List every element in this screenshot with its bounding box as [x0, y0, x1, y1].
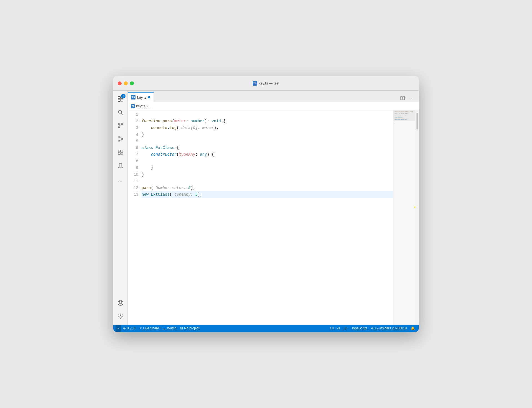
svg-rect-17	[121, 153, 122, 155]
minimize-button[interactable]	[124, 81, 128, 85]
code-editor[interactable]: function para(meter: number): void { con…	[142, 110, 393, 325]
svg-point-8	[121, 123, 123, 125]
maximize-button[interactable]	[130, 81, 134, 85]
window-title: TS key.ts — test	[253, 81, 279, 86]
more-icon[interactable]: ···	[114, 175, 127, 187]
activity-bar: 1	[113, 91, 128, 325]
warning-icon: △	[130, 326, 132, 330]
search-activity-icon[interactable]	[114, 106, 127, 118]
title-text: key.ts — test	[259, 81, 279, 85]
split-editor-button[interactable]	[399, 94, 406, 102]
explorer-icon[interactable]: 1	[114, 93, 127, 105]
watch-label: Watch	[167, 326, 177, 330]
code-line-8	[142, 158, 393, 165]
project-icon: ⊟	[180, 326, 183, 330]
code-line-13: new ExtClass( typeAny: 5);	[142, 191, 393, 198]
code-line-7: constructor(typeAny: any) {	[142, 151, 393, 158]
code-line-2: function para(meter: number): void {	[142, 118, 393, 125]
breadcrumb-ts-icon: TS	[131, 104, 135, 108]
svg-point-6	[118, 126, 120, 128]
code-line-4: }	[142, 131, 393, 138]
svg-rect-22	[401, 96, 402, 100]
tab-filename: key.ts	[137, 95, 146, 99]
encoding-status[interactable]: UTF-8	[329, 325, 342, 332]
svg-point-21	[120, 315, 121, 317]
tab-modified-dot	[148, 96, 150, 98]
code-line-12: para( Number meter: 5);	[142, 185, 393, 191]
extensions-icon[interactable]	[114, 146, 127, 158]
file-tab[interactable]: TS key.ts	[128, 92, 154, 102]
live-share-icon: ↗	[139, 326, 142, 330]
version-label: 4.0.2-insiders.20200818	[371, 326, 407, 330]
code-line-10: }	[142, 171, 393, 178]
main-content: 1	[113, 91, 419, 325]
account-icon[interactable]	[114, 297, 127, 309]
svg-point-7	[118, 123, 120, 125]
project-status[interactable]: ⊟ No project	[179, 325, 201, 332]
language-status[interactable]: TypeScript	[350, 325, 369, 332]
explorer-badge: 1	[121, 94, 126, 98]
code-line-5	[142, 138, 393, 145]
svg-rect-15	[121, 150, 122, 152]
svg-point-19	[119, 301, 121, 303]
encoding-label: UTF-8	[330, 326, 340, 330]
code-line-1	[142, 111, 393, 118]
tab-ts-icon: TS	[131, 95, 135, 99]
editor-area: TS key.ts ··· TS key.ts	[128, 91, 419, 325]
close-button[interactable]	[118, 81, 122, 85]
run-debug-icon[interactable]	[114, 133, 127, 145]
breadcrumb-more[interactable]: ...	[150, 104, 153, 108]
scrollbar-thumb[interactable]	[416, 113, 418, 130]
svg-rect-2	[118, 99, 120, 101]
svg-line-5	[121, 113, 122, 114]
tab-actions: ···	[399, 94, 419, 102]
code-line-9: }	[142, 165, 393, 171]
line-numbers: 1 2 3 4 5 6 7 8 9 10 11 12 13	[128, 110, 142, 325]
line-ending-status[interactable]: LF	[342, 325, 349, 332]
status-bar: ~ ⊗ 0 △ 0 ↗ Live Share ☰ Watch ⊟ No proj…	[113, 325, 419, 332]
svg-rect-16	[118, 150, 120, 152]
version-status[interactable]: 4.0.2-insiders.20200818	[369, 325, 408, 332]
svg-rect-14	[118, 152, 120, 155]
minimap: function para(meter: number): void { con…	[393, 110, 415, 325]
project-label: No project	[184, 326, 199, 330]
code-line-6: class ExtClass {	[142, 145, 393, 151]
traffic-lights	[118, 81, 134, 85]
branch-icon: ~	[117, 326, 119, 330]
watch-status[interactable]: ☰ Watch	[161, 325, 178, 332]
warning-count: 0	[134, 326, 135, 330]
svg-rect-0	[118, 96, 120, 99]
watch-icon: ☰	[163, 326, 166, 330]
errors-status[interactable]: ⊗ 0 △ 0	[121, 325, 137, 332]
editor-body: 1 2 3 4 5 6 7 8 9 10 11 12 13	[128, 110, 419, 325]
breadcrumb-separator: ›	[147, 104, 148, 108]
more-actions-button[interactable]: ···	[408, 94, 415, 102]
code-line-11	[142, 178, 393, 185]
ts-icon: TS	[253, 81, 257, 86]
breadcrumb: TS key.ts › ...	[128, 102, 419, 110]
svg-rect-3	[121, 99, 123, 101]
titlebar: TS key.ts — test	[113, 76, 419, 91]
branch-status[interactable]: ~	[116, 325, 121, 332]
language-label: TypeScript	[352, 326, 367, 330]
source-control-icon[interactable]	[114, 120, 127, 132]
svg-rect-23	[403, 96, 405, 100]
tab-bar: TS key.ts ···	[128, 91, 419, 102]
test-icon[interactable]	[114, 160, 127, 172]
settings-icon[interactable]	[114, 310, 127, 322]
bell-status[interactable]: 🔔	[409, 325, 416, 332]
vertical-scrollbar[interactable]	[415, 110, 419, 325]
bell-icon: 🔔	[411, 326, 415, 330]
live-share-status[interactable]: ↗ Live Share	[137, 325, 160, 332]
vscode-window: TS key.ts — test 1	[113, 76, 419, 332]
code-line-3: console.log( data[0]: meter);	[142, 125, 393, 131]
live-share-label: Live Share	[143, 326, 159, 330]
breadcrumb-filename[interactable]: key.ts	[136, 104, 145, 108]
line-ending-label: LF	[344, 326, 348, 330]
error-icon: ⊗	[123, 326, 126, 330]
error-count: 0	[127, 326, 129, 330]
minimap-viewport	[393, 110, 415, 121]
